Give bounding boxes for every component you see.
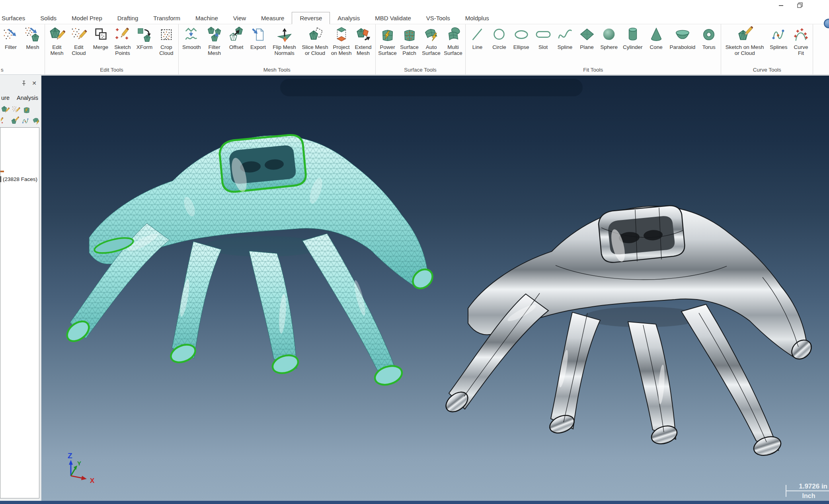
ribbon-button-circle[interactable]: Circle: [489, 25, 510, 50]
minimize-button[interactable]: [778, 2, 784, 8]
circle-icon: [491, 26, 508, 43]
restore-button[interactable]: [797, 2, 803, 8]
panel-tab-ure[interactable]: ure: [1, 95, 10, 101]
auto-surface-icon: [32, 117, 41, 125]
menu-tab-vs-tools[interactable]: VS-Tools: [419, 12, 458, 24]
ribbon-button-label: Auto Surface: [421, 44, 442, 56]
ribbon-button-cylinder[interactable]: Cylinder: [620, 25, 645, 50]
ribbon-button-cone[interactable]: Cone: [646, 25, 667, 50]
ribbon-filler: [813, 24, 829, 74]
surface-model[interactable]: [442, 206, 815, 459]
export-icon: [250, 26, 267, 43]
menu-tab-surfaces[interactable]: Surfaces: [0, 12, 33, 24]
auto-surface-icon: [423, 26, 440, 43]
ribbon-button-xform[interactable]: XForm: [134, 25, 155, 50]
panel-tool-power-surface[interactable]: [22, 105, 31, 114]
power-surface-icon: [22, 105, 31, 114]
ribbon-button-label: Edit Mesh: [46, 44, 68, 56]
surface-patch-icon: [401, 26, 418, 43]
menu-tab-drafting[interactable]: Drafting: [110, 12, 146, 24]
ribbon-button-edit-cloud[interactable]: Edit Cloud: [68, 25, 90, 56]
panel-tool-splines-curve[interactable]: [21, 117, 30, 125]
ribbon-button-curve-fit[interactable]: Curve Fit: [790, 25, 811, 56]
ribbon-button-smooth[interactable]: Smooth: [180, 25, 203, 50]
ribbon-button-label: Slot: [538, 44, 548, 50]
panel-tab-analysis[interactable]: Analysis: [17, 95, 38, 101]
ribbon-button-auto-surface[interactable]: Auto Surface: [421, 25, 442, 56]
ribbon-button-paraboloid[interactable]: Paraboloid: [667, 25, 698, 50]
menu-tab-row: SurfacesSolidsModel PrepDraftingTransfor…: [0, 12, 829, 24]
ribbon-button-surface-patch[interactable]: Surface Patch: [399, 25, 420, 56]
mesh-model[interactable]: [63, 135, 436, 388]
ribbon-button-multi-surface[interactable]: Multi Surface: [443, 25, 464, 56]
model-tree[interactable]: (23828 Faces): [0, 127, 39, 498]
ribbon-group-label: Mesh Tools: [180, 66, 374, 74]
ribbon-button-flip-mesh-normals[interactable]: Flip Mesh Normals: [269, 25, 300, 56]
application-window: SurfacesSolidsModel PrepDraftingTransfor…: [0, 0, 829, 504]
menu-tab-measure[interactable]: Measure: [254, 12, 292, 24]
ribbon-button-label: Line: [472, 44, 483, 50]
3d-viewport-canvas[interactable]: Z Y X 1.9726 in Inch: [41, 76, 829, 501]
curve-fit-icon: [792, 26, 809, 43]
sketch-points-icon: [114, 26, 131, 43]
ribbon-button-merge[interactable]: Merge: [90, 25, 111, 50]
axis-triad: Z Y X: [68, 451, 95, 485]
ellipse-icon: [513, 26, 530, 43]
project-mesh-icon: [333, 26, 350, 43]
ribbon-button-ellipse[interactable]: Ellipse: [511, 25, 532, 50]
panel-tool-mesh-pencil[interactable]: [1, 105, 10, 114]
ribbon-button-label: Flip Mesh Normals: [269, 44, 300, 56]
ribbon-button-slice-mesh-or-cloud[interactable]: Slice Mesh or Cloud: [300, 25, 330, 56]
ribbon-button-slot[interactable]: Slot: [533, 25, 554, 50]
ribbon-button-label: Filter Mesh: [204, 44, 225, 56]
ribbon-button-splines[interactable]: Splines: [767, 25, 790, 50]
menu-tab-machine[interactable]: Machine: [188, 12, 226, 24]
tree-item-mesh-faces[interactable]: (23828 Faces): [0, 176, 37, 182]
3d-viewport[interactable]: Z Y X 1.9726 in Inch: [41, 75, 829, 501]
panel-icon-row-2: [0, 115, 41, 126]
ribbon-button-line[interactable]: Line: [467, 25, 488, 50]
close-icon[interactable]: ✕: [32, 80, 37, 86]
ribbon-button-sketch-points[interactable]: Sketch Points: [112, 25, 133, 56]
title-bar: [0, 0, 829, 12]
ribbon-button-label: Spline: [558, 44, 573, 50]
panel-icon-row-1: [0, 104, 41, 115]
menu-tab-solids[interactable]: Solids: [33, 12, 64, 24]
ribbon-button-torus[interactable]: Torus: [698, 25, 720, 50]
menu-tab-moldplus[interactable]: Moldplus: [458, 12, 497, 24]
sketch-points-icon: [1, 117, 8, 125]
menu-tab-analysis[interactable]: Analysis: [330, 12, 367, 24]
ribbon-button-filter-mesh[interactable]: Filter Mesh: [204, 25, 225, 56]
panel-tool-sketch-mesh[interactable]: [10, 117, 19, 125]
ribbon-button-label: Power Surface: [377, 44, 398, 56]
ribbon-button-power-surface[interactable]: Power Surface: [377, 25, 398, 56]
ribbon-button-spline[interactable]: Spline: [554, 25, 576, 50]
menu-tab-view[interactable]: View: [226, 12, 254, 24]
sketch-mesh-icon: [10, 117, 19, 125]
ribbon-button-project-on-mesh[interactable]: Project on Mesh: [331, 25, 352, 56]
ribbon-button-label: Torus: [702, 44, 716, 50]
panel-tool-cloud-pencil[interactable]: [12, 105, 20, 114]
menu-tab-mbd-validate[interactable]: MBD Validate: [367, 12, 419, 24]
ribbon-button-sketch-on-mesh-or-cloud[interactable]: Sketch on Mesh or Cloud: [722, 25, 767, 56]
ribbon-button-edit-mesh[interactable]: Edit Mesh: [46, 25, 68, 56]
ribbon-button-filter[interactable]: Filter: [0, 25, 21, 50]
ribbon-button-label: Surface Patch: [399, 44, 420, 56]
slot-icon: [535, 26, 552, 43]
ribbon-button-label: Circle: [492, 44, 506, 50]
ribbon-button-export[interactable]: Export: [248, 25, 269, 50]
menu-tab-reverse[interactable]: Reverse: [292, 12, 330, 24]
ribbon-button-plane[interactable]: Plane: [576, 25, 598, 50]
ribbon-button-crop-cloud[interactable]: Crop Cloud: [156, 25, 177, 56]
menu-tab-transform[interactable]: Transform: [146, 12, 188, 24]
pin-icon[interactable]: [21, 80, 27, 86]
cloud-pencil-icon: [12, 105, 20, 114]
ribbon-group-mesh-tools: SmoothFilter MeshOffsetExportFlip Mesh N…: [179, 24, 376, 74]
ribbon-button-mesh[interactable]: Mesh: [22, 25, 43, 50]
bottom-edge-strip: [0, 501, 829, 504]
ribbon-button-sphere[interactable]: Sphere: [598, 25, 620, 50]
panel-tool-auto-surface[interactable]: [32, 117, 41, 125]
ribbon-button-offset[interactable]: Offset: [226, 25, 247, 50]
menu-tab-model-prep[interactable]: Model Prep: [64, 12, 110, 24]
ribbon-button-extend-mesh[interactable]: Extend Mesh: [353, 25, 374, 56]
